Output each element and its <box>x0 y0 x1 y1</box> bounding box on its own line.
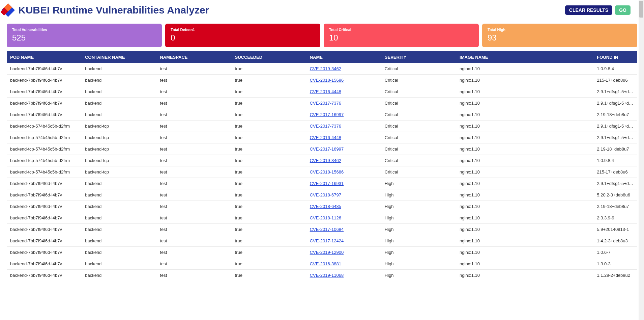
cell-name: CVE-2019-3462 <box>306 63 381 75</box>
column-header[interactable]: CONTAINER NAME <box>82 51 156 63</box>
cve-link[interactable]: CVE-2017-16997 <box>310 112 344 117</box>
table-row: backend-7bb7f94f6d-l4b7vbackendtesttrueC… <box>7 63 637 75</box>
table-row: backend-7bb7f94f6d-l4b7vbackendtesttrueC… <box>7 109 637 121</box>
scrollbar-track[interactable] <box>639 0 644 281</box>
cell-image: nginx:1.10 <box>456 270 593 281</box>
cell-succ: true <box>232 247 306 258</box>
cell-succ: true <box>232 189 306 201</box>
cell-succ: true <box>232 270 306 281</box>
cell-container: backend-tcp <box>82 143 156 155</box>
cell-succ: true <box>232 86 306 98</box>
cve-link[interactable]: CVE-2019-3462 <box>310 66 341 71</box>
cell-container: backend-tcp <box>82 132 156 143</box>
clear-results-button[interactable]: CLEAR RESULTS <box>565 5 612 15</box>
stat-card: Total High93 <box>482 24 637 47</box>
cve-link[interactable]: CVE-2017-12424 <box>310 238 344 243</box>
cell-sev: High <box>381 189 456 201</box>
cell-container: backend-tcp <box>82 155 156 166</box>
cell-image: nginx:1.10 <box>456 201 593 212</box>
cve-link[interactable]: CVE-2016-4448 <box>310 89 341 94</box>
cell-ns: test <box>156 178 231 189</box>
cell-name: CVE-2018-15686 <box>306 166 381 178</box>
cell-succ: true <box>232 201 306 212</box>
header: KUBEI Runtime Vulnerabilities Analyzer C… <box>0 0 644 20</box>
results-table-wrap: POD NAMECONTAINER NAMENAMESPACESUCCEEDED… <box>0 51 644 281</box>
cell-pod: backend-tcp-574b45c5b-d2frm <box>7 132 82 143</box>
cve-link[interactable]: CVE-2018-6797 <box>310 192 341 197</box>
cve-link[interactable]: CVE-2019-11068 <box>310 273 344 278</box>
cell-ns: test <box>156 75 231 86</box>
cve-link[interactable]: CVE-2019-12900 <box>310 250 344 255</box>
table-row: backend-7bb7f94f6d-l4b7vbackendtesttrueC… <box>7 86 637 98</box>
cve-link[interactable]: CVE-2016-4448 <box>310 135 341 140</box>
cve-link[interactable]: CVE-2018-15686 <box>310 169 344 175</box>
cell-ns: test <box>156 189 231 201</box>
cell-ns: test <box>156 143 231 155</box>
cell-found: 2:3.3.9-9 <box>593 212 637 224</box>
cve-link[interactable]: CVE-2017-16997 <box>310 146 344 152</box>
cell-name: CVE-2018-6797 <box>306 189 381 201</box>
table-row: backend-tcp-574b45c5b-d2frmbackend-tcpte… <box>7 155 637 166</box>
cell-ns: test <box>156 155 231 166</box>
cve-link[interactable]: CVE-2018-15686 <box>310 78 344 83</box>
column-header[interactable]: NAME <box>306 51 381 63</box>
cell-ns: test <box>156 166 231 178</box>
cell-image: nginx:1.10 <box>456 258 593 270</box>
cell-ns: test <box>156 247 231 258</box>
scrollbar-thumb[interactable] <box>639 1 643 18</box>
cell-container: backend <box>82 247 156 258</box>
cve-link[interactable]: CVE-2017-16931 <box>310 181 344 186</box>
cell-ns: test <box>156 224 231 235</box>
cve-link[interactable]: CVE-2018-1126 <box>310 215 341 220</box>
column-header[interactable]: FOUND IN <box>593 51 637 63</box>
cell-succ: true <box>232 224 306 235</box>
cell-pod: backend-7bb7f94f6d-l4b7v <box>7 235 82 247</box>
cell-found: 1.0.9.8.4 <box>593 155 637 166</box>
cell-succ: true <box>232 63 306 75</box>
cell-image: nginx:1.10 <box>456 121 593 132</box>
cell-image: nginx:1.10 <box>456 109 593 121</box>
cell-ns: test <box>156 86 231 98</box>
cve-link[interactable]: CVE-2017-7376 <box>310 101 341 106</box>
cell-name: CVE-2017-16931 <box>306 178 381 189</box>
cell-image: nginx:1.10 <box>456 247 593 258</box>
cve-link[interactable]: CVE-2019-3462 <box>310 158 341 163</box>
cell-sev: Critical <box>381 98 456 109</box>
cve-link[interactable]: CVE-2016-3881 <box>310 261 341 266</box>
cell-succ: true <box>232 143 306 155</box>
cell-sev: Critical <box>381 75 456 86</box>
cve-link[interactable]: CVE-2017-10684 <box>310 227 344 232</box>
stat-value: 93 <box>488 33 632 43</box>
go-button[interactable]: GO <box>615 5 631 15</box>
cell-succ: true <box>232 155 306 166</box>
cell-image: nginx:1.10 <box>456 75 593 86</box>
cve-link[interactable]: CVE-2018-6485 <box>310 204 341 209</box>
cell-pod: backend-7bb7f94f6d-l4b7v <box>7 247 82 258</box>
cell-ns: test <box>156 109 231 121</box>
column-header[interactable]: SUCCEEDED <box>232 51 306 63</box>
cell-pod: backend-7bb7f94f6d-l4b7v <box>7 189 82 201</box>
column-header[interactable]: NAMESPACE <box>156 51 231 63</box>
cell-container: backend <box>82 75 156 86</box>
table-header: POD NAMECONTAINER NAMENAMESPACESUCCEEDED… <box>7 51 637 63</box>
stat-value: 525 <box>12 33 156 43</box>
cve-link[interactable]: CVE-2017-7376 <box>310 124 341 129</box>
cell-container: backend <box>82 201 156 212</box>
cell-ns: test <box>156 235 231 247</box>
column-header[interactable]: POD NAME <box>7 51 82 63</box>
cell-found: 2.9.1+dfsg1-5+deb8u4 <box>593 86 637 98</box>
cell-sev: Critical <box>381 166 456 178</box>
cell-pod: backend-7bb7f94f6d-l4b7v <box>7 109 82 121</box>
column-header[interactable]: SEVERITY <box>381 51 456 63</box>
stat-card: Total Defcon10 <box>165 24 320 47</box>
cell-pod: backend-7bb7f94f6d-l4b7v <box>7 98 82 109</box>
cell-succ: true <box>232 98 306 109</box>
table-row: backend-tcp-574b45c5b-d2frmbackend-tcpte… <box>7 143 637 155</box>
cell-sev: Critical <box>381 109 456 121</box>
cell-sev: Critical <box>381 121 456 132</box>
cell-image: nginx:1.10 <box>456 166 593 178</box>
stat-value: 10 <box>329 33 473 43</box>
stat-card: Total Critical10 <box>324 24 479 47</box>
column-header[interactable]: IMAGE NAME <box>456 51 593 63</box>
table-row: backend-7bb7f94f6d-l4b7vbackendtesttrueC… <box>7 75 637 86</box>
